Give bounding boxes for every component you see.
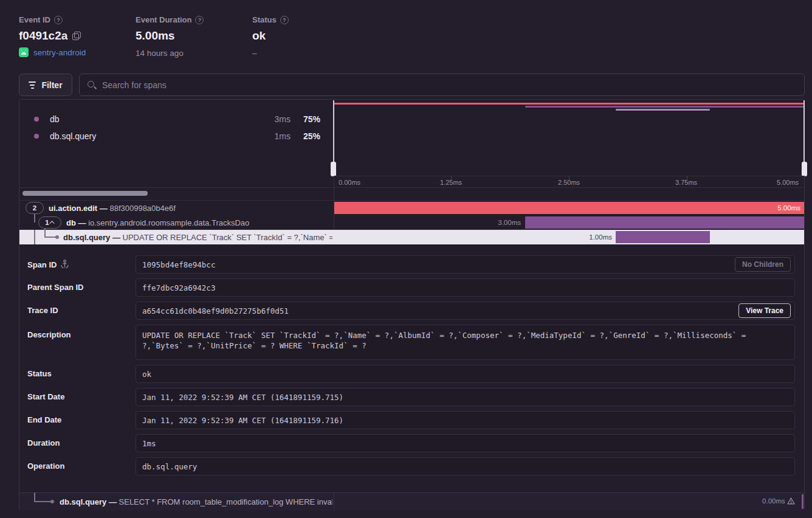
event-id-value-row: f0491c2a (19, 29, 81, 43)
axis-tick (451, 176, 452, 179)
chevron-up-icon (49, 221, 54, 226)
axis-tick-label: 1.25ms (440, 179, 462, 186)
span-bar-zero-width[interactable] (802, 494, 803, 509)
start-date-label: Start Date (27, 392, 64, 401)
span-id-label: Span ID (27, 260, 69, 270)
copy-icon[interactable] (72, 32, 81, 40)
event-id-value: f0491c2a (19, 29, 67, 43)
legend-op-percent: 75% (296, 114, 320, 124)
description-value: UPDATE OR REPLACE `Track` SET `TrackId` … (142, 330, 788, 351)
span-op: db.sql.query (60, 497, 106, 506)
description-field: UPDATE OR REPLACE `Track` SET `TrackId` … (136, 325, 795, 360)
span-bar-ui-action-edit[interactable]: 5.00ms (334, 202, 804, 214)
filter-icon (29, 81, 36, 89)
help-icon[interactable]: ? (54, 16, 63, 24)
span-search (79, 74, 805, 96)
end-date-field: Jan 11, 2022 9:52:39 AM CET (1641891159.… (136, 411, 795, 429)
search-input[interactable] (102, 80, 797, 90)
span-duration-label: 3.00ms (474, 216, 521, 229)
operation-field-value: db.sql.query (142, 462, 197, 471)
tree-connector (34, 230, 35, 244)
tree-leaf-dot (55, 235, 59, 239)
minimap-right-handle-line (803, 100, 805, 163)
status-label-row: Status ? (252, 15, 289, 24)
span-bar-db[interactable] (525, 216, 804, 229)
span-duration-label: 0.00ms (762, 497, 785, 505)
minimap-bar-db (525, 106, 804, 108)
event-id-label: Event ID (19, 15, 50, 24)
status-sub: – (252, 49, 257, 58)
span-bar-db-sql-query[interactable] (616, 231, 710, 243)
span-collapse-badge[interactable]: 1 (38, 216, 61, 229)
project-row: sentry-android (19, 47, 86, 57)
legend-op-duration: 3ms (231, 114, 291, 124)
duration-field: 1ms (136, 434, 795, 452)
span-row-title-selected[interactable]: db.sql.query — UPDATE OR REPLACE `Track`… (63, 233, 332, 242)
trace-id-value: a654cc61dc0b48ef9d0b27275b6f0d51 (142, 306, 289, 316)
duration-field-label: Duration (27, 438, 60, 447)
span-children-badge[interactable]: 2 (26, 202, 44, 214)
view-trace-button[interactable]: View Trace (738, 303, 791, 318)
minimap-right-handle[interactable] (802, 162, 807, 176)
axis-tick (687, 176, 687, 179)
start-date-field: Jan 11, 2022 9:52:39 AM CET (1641891159.… (136, 388, 795, 406)
separator: — (78, 218, 86, 227)
help-icon[interactable]: ? (280, 16, 289, 24)
span-row-title[interactable]: db.sql.query — SELECT * FROM room_table_… (60, 497, 332, 506)
span-duration-label-row: 0.00ms (717, 497, 795, 506)
anchor-icon[interactable] (61, 260, 69, 270)
tree-leaf-dot (50, 500, 54, 503)
search-icon (87, 80, 96, 89)
axis-tick (569, 176, 569, 179)
scroll-row-border (19, 200, 804, 201)
span-id-field: 1095bd4ef8e94bcc No Children (136, 255, 795, 274)
span-desc: SELECT * FROM room_table_modification_lo… (119, 497, 332, 506)
help-icon[interactable]: ? (195, 16, 204, 24)
children-count: 2 (33, 204, 36, 212)
span-bar-duration: 5.00ms (777, 202, 800, 214)
status-label: Status (252, 15, 277, 24)
minimap-bottom-border (19, 187, 804, 188)
project-link[interactable]: sentry-android (33, 48, 86, 57)
separator: — (109, 497, 117, 506)
axis-tick-label: 2.50ms (558, 179, 580, 186)
filter-button-label: Filter (41, 80, 62, 90)
span-op: db (66, 218, 76, 227)
end-date-value: Jan 11, 2022 9:52:39 AM CET (1641891159.… (142, 416, 343, 425)
legend-item-db-sql-query[interactable]: db.sql.query 1ms 25% (34, 128, 326, 145)
event-duration-ago: 14 hours ago (136, 49, 184, 58)
no-children-button: No Children (735, 257, 791, 272)
parent-span-id-label: Parent Span ID (27, 283, 83, 292)
event-duration-value: 5.00ms (136, 29, 174, 43)
span-row-title[interactable]: ui.action.edit — 88f300998a0b4e6f (49, 204, 331, 213)
span-row-title[interactable]: db — io.sentry.android.roomsample.data.T… (66, 218, 331, 227)
axis-tick-label: 3.75ms (675, 179, 697, 186)
span-op: ui.action.edit (49, 204, 97, 213)
minimap-bar-root (334, 103, 804, 105)
span-desc: UPDATE OR REPLACE `Track` SET `TrackId` … (123, 233, 332, 242)
tree-connector (34, 214, 35, 223)
span-desc: io.sentry.android.roomsample.data.Tracks… (88, 218, 249, 227)
tree-horizontal-scrollbar[interactable] (22, 191, 148, 196)
span-id-value: 1095bd4ef8e94bcc (142, 260, 215, 269)
span-op: db.sql.query (63, 233, 110, 242)
children-count: 1 (45, 219, 49, 226)
axis-tick-label: 0.00ms (339, 179, 360, 186)
warning-icon (787, 497, 795, 506)
legend-op-name: db.sql.query (50, 131, 96, 141)
minimap-left-handle[interactable] (331, 162, 336, 176)
legend-op-duration: 1ms (231, 131, 291, 141)
axis-tick-label: 5.00ms (777, 179, 799, 186)
legend-item-db[interactable]: db 3ms 75% (34, 111, 326, 128)
tree-timeline-divider (334, 493, 334, 511)
minimap-bar-db-sql-query (616, 109, 710, 111)
legend-op-percent: 25% (296, 131, 320, 141)
status-field-value: ok (142, 370, 151, 379)
parent-span-id-field: ffe7dbc92a6942c3 (136, 278, 795, 297)
duration-field-value: 1ms (142, 439, 156, 448)
end-date-label: End Date (27, 415, 61, 424)
event-duration-label-row: Event Duration ? (136, 15, 204, 24)
op-color-dot (34, 134, 39, 139)
separator: — (112, 233, 120, 242)
filter-button[interactable]: Filter (19, 74, 72, 96)
